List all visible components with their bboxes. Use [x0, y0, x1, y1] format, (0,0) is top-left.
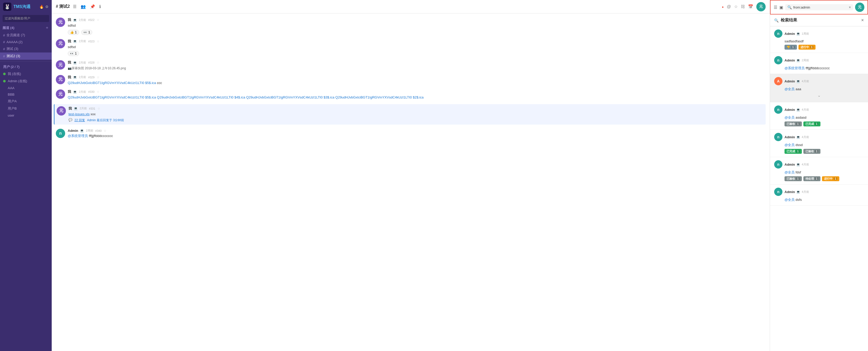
reactions: 👀 1: [68, 51, 766, 56]
at-mention: @全员: [784, 198, 795, 201]
star-button[interactable]: ☆: [97, 75, 99, 79]
star-button[interactable]: ☆: [97, 61, 99, 64]
tag-inprogress: 进行中 1: [799, 45, 816, 50]
sidebar-search[interactable]: 过滤沟通频道/用户: [3, 15, 49, 22]
sidebar-item-userb[interactable]: 用户B: [0, 105, 52, 112]
result-author: Admin: [784, 163, 795, 166]
message-content: 我 💻 2月前 #331 ☆ test-issues.xls xxx 💬 22 …: [68, 106, 764, 123]
close-results-button[interactable]: ×: [861, 18, 864, 23]
users-list: 我 (在线) Admin (在线) AAA BBB 用户A 用户B user: [0, 70, 52, 119]
user-avatar-header[interactable]: 元: [756, 2, 766, 11]
star-button[interactable]: ☆: [97, 107, 100, 110]
reply-count[interactable]: 22 回复: [74, 118, 85, 123]
message-id: #328: [88, 61, 94, 64]
info-icon[interactable]: ℹ: [99, 4, 101, 9]
online-indicator: [3, 73, 6, 75]
sidebar-item-aaa[interactable]: AAA: [0, 85, 52, 91]
search-result-item[interactable]: n Admin 💻 4月前 @全员 dssd 已完成 1 已验收 1: [770, 130, 868, 157]
message-id: #330: [88, 90, 94, 93]
panel-split-icon[interactable]: ▣: [779, 5, 783, 10]
user-avatar-right[interactable]: 元: [855, 3, 864, 12]
at-icon[interactable]: @: [727, 4, 731, 9]
message-author: 我: [68, 89, 71, 94]
search-result-item[interactable]: n Admin 💻 4月前 @全员 asdasd 已验收 1 已完成 1: [770, 102, 868, 130]
settings-icon[interactable]: ⚙: [45, 5, 49, 9]
result-meta-info: Admin 💻 4月前: [784, 190, 864, 194]
sidebar-item-bbb[interactable]: BBB: [0, 91, 52, 98]
avatar: 元: [56, 18, 65, 27]
link-icon[interactable]: ⛓: [741, 4, 745, 9]
message-meta: 我 💻 2月前 #328 ☆: [68, 60, 766, 65]
search-result-item[interactable]: n Admin 💻 2周前 @系统管理员 fffjjjffdddccccccc: [770, 53, 868, 74]
search-results-header: 🔍 检索结果 ×: [770, 14, 868, 26]
offline-indicator: [3, 87, 6, 89]
tag-completed: 已完成 1: [803, 122, 821, 126]
at-mention: @系统管理员: [68, 134, 88, 138]
sidebar-item-test2[interactable]: # 测试2 (3): [0, 53, 52, 60]
result-device: 💻: [797, 163, 800, 166]
result-avatar: n: [774, 56, 782, 64]
result-time: 4月前: [802, 163, 809, 166]
search-result-item[interactable]: n Admin 💻 4月前 @全员 fdsf 已验收 1 待处理 1 进行中 1: [770, 157, 868, 185]
message-time: 2月前: [79, 18, 86, 22]
sidebar-item-user[interactable]: user: [0, 112, 52, 119]
message-time: 2周前: [86, 129, 93, 133]
avatar: 元: [57, 106, 66, 116]
search-input[interactable]: [793, 5, 847, 9]
result-text: @全员 dssd: [784, 143, 864, 147]
search-result-item[interactable]: n Admin 💻 4月前 @全员 dsfs: [770, 185, 868, 205]
sidebar-item-label: 测试 (3): [6, 46, 18, 51]
message-link[interactable]: Q29udHJvbGxlciBGT1IgRGVmYXVsdC4kUzI1LTI0…: [68, 95, 424, 99]
result-avatar: n: [774, 133, 782, 141]
search-icon: 🔍: [787, 5, 792, 9]
reaction-thumbup[interactable]: 👍 1: [68, 30, 79, 35]
message-meta: Admin 💻 2周前 #340 ☆: [68, 129, 766, 133]
result-text: @全员 asdasd: [784, 115, 864, 120]
message-link[interactable]: Q29udHJvbGxlciBGT1IgRGVmYXVsdC4kUzI1LTI0…: [68, 81, 156, 85]
fire-icon[interactable]: 🔥: [39, 5, 44, 9]
tag-inprogress2: 进行中 1: [822, 176, 839, 181]
users-icon[interactable]: 👥: [81, 4, 86, 9]
message-meta: 我 💻 2月前 #322 ☆: [68, 18, 766, 22]
message-time: 2月前: [79, 61, 86, 65]
star-icon[interactable]: ☆: [734, 4, 738, 9]
sidebar-item-me[interactable]: 我 (在线): [0, 70, 52, 77]
sidebar-item-test[interactable]: # 测试 (3): [0, 45, 52, 53]
sidebar-item-aaaaa[interactable]: # AAAAA (2): [0, 39, 52, 45]
add-channel-button[interactable]: ＋: [45, 25, 49, 31]
hash-icon: #: [3, 54, 5, 58]
reaction-eyes[interactable]: 👀 1: [81, 30, 93, 35]
reaction-eyes[interactable]: 👀 1: [68, 51, 79, 56]
message-meta: 我 💻 2月前 #323 ☆: [68, 39, 766, 44]
hamburger-icon[interactable]: ☰: [73, 4, 76, 9]
sidebar-item-usera[interactable]: 用户A: [0, 98, 52, 105]
pin-icon[interactable]: 📌: [90, 4, 95, 9]
search-result-item[interactable]: A Admin 💻 4月前 @全员 aaa ⌄: [770, 74, 868, 102]
tag-thumbdown: 👎 1: [784, 45, 797, 50]
file-link[interactable]: test-issues.xls: [68, 112, 90, 116]
message-author: 我: [68, 60, 71, 65]
star-button[interactable]: ☆: [97, 39, 99, 43]
result-meta-info: Admin 💻 4月前: [784, 79, 864, 83]
channels-section-header: 频道 (4) ＋: [0, 24, 52, 32]
expand-button[interactable]: ⌄: [774, 92, 864, 99]
sidebar-search-placeholder: 过滤沟通频道/用户: [5, 17, 30, 20]
search-icon-header: 🔍: [774, 18, 779, 23]
tag-completed: 已完成 1: [784, 149, 802, 154]
message-content: 我 💻 2月前 #328 ☆ 📷屏幕快照 2018-03-18 上午10.26.…: [68, 60, 766, 71]
message-author: 我: [68, 106, 72, 111]
star-button[interactable]: ☆: [97, 18, 99, 22]
result-device: 💻: [797, 190, 800, 194]
sidebar-item-quanpin[interactable]: # 全员频道 (7): [0, 32, 52, 39]
star-button[interactable]: ☆: [97, 90, 99, 94]
channels-label: 频道 (4): [3, 26, 14, 30]
clear-search-icon[interactable]: ×: [849, 5, 851, 9]
calendar-icon[interactable]: 📅: [748, 4, 753, 9]
star-button[interactable]: ☆: [104, 129, 106, 133]
sidebar-item-admin[interactable]: Admin (在线): [0, 77, 52, 85]
panel-hamburger-icon[interactable]: ☰: [774, 5, 777, 10]
sidebar-divider: [0, 61, 52, 62]
search-result-item[interactable]: n Admin 💻 1周前 sadfasdfasdf 👎 1 进行中 1: [770, 26, 868, 53]
sidebar-item-label: 全员频道 (7): [6, 33, 25, 37]
message-content: 我 💻 2月前 #330 ☆ Q29udHJvbGxlciBGT1IgRGVmY…: [68, 89, 766, 100]
